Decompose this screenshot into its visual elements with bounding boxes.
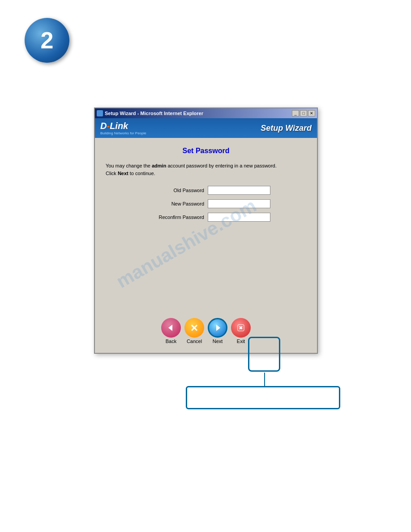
close-button[interactable]: ✕ xyxy=(308,110,315,116)
button-bar: Back Cancel xyxy=(95,313,317,348)
dlink-logo-main: D-Link xyxy=(100,121,146,131)
back-label: Back xyxy=(166,339,176,344)
step-number-circle: 2 xyxy=(25,18,69,63)
description-text: You may change the admin account passwor… xyxy=(106,162,306,177)
desc-bold: admin xyxy=(152,163,166,168)
next-button[interactable]: Next xyxy=(208,318,227,344)
old-password-label: Old Password xyxy=(141,188,204,193)
dlink-logo: D-Link Building Networks for People xyxy=(100,121,146,135)
new-password-row: New Password xyxy=(106,199,306,208)
callout-box xyxy=(186,386,340,409)
browser-title-text: Setup Wizard - Microsoft Internet Explor… xyxy=(105,111,203,116)
dlink-header-title: Setup Wizard xyxy=(261,124,312,133)
svg-marker-5 xyxy=(216,325,220,331)
cancel-button[interactable]: Cancel xyxy=(184,318,204,344)
desc-line2: Click xyxy=(106,171,118,176)
dlink-logo-sub: Building Networks for People xyxy=(100,131,146,135)
browser-controls: _ □ ✕ xyxy=(292,110,315,116)
cancel-label: Cancel xyxy=(187,339,202,344)
step-number: 2 xyxy=(41,27,54,54)
back-button[interactable]: Back xyxy=(161,318,181,344)
old-password-input[interactable] xyxy=(208,186,270,195)
svg-marker-1 xyxy=(168,325,172,331)
new-password-input[interactable] xyxy=(208,199,270,208)
browser-title: Setup Wizard - Microsoft Internet Explor… xyxy=(97,110,203,116)
cancel-icon xyxy=(184,318,204,338)
back-icon xyxy=(161,318,181,338)
desc-part2: account password by entering in a new pa… xyxy=(166,163,276,168)
browser-titlebar: Setup Wizard - Microsoft Internet Explor… xyxy=(95,108,317,118)
reconfirm-password-label: Reconfirm Password xyxy=(141,215,204,220)
maximize-button[interactable]: □ xyxy=(300,110,307,116)
content-area: Set Password You may change the admin ac… xyxy=(95,138,317,353)
browser-icon xyxy=(97,110,103,116)
old-password-row: Old Password xyxy=(106,186,306,195)
page-title: Set Password xyxy=(106,147,306,155)
reconfirm-password-row: Reconfirm Password xyxy=(106,213,306,222)
desc-part1: You may change the xyxy=(106,163,152,168)
desc-next: Next xyxy=(118,171,128,176)
exit-label: Exit xyxy=(237,339,245,344)
dlink-header: D-Link Building Networks for People Setu… xyxy=(95,118,317,138)
next-icon xyxy=(208,318,227,338)
exit-icon xyxy=(231,318,251,338)
reconfirm-password-input[interactable] xyxy=(208,213,270,222)
next-label: Next xyxy=(213,339,223,344)
desc-continue: to continue. xyxy=(128,171,155,176)
callout-line xyxy=(264,373,265,386)
new-password-label: New Password xyxy=(141,201,204,206)
minimize-button[interactable]: _ xyxy=(292,110,299,116)
browser-window: Setup Wizard - Microsoft Internet Explor… xyxy=(94,107,318,354)
exit-button[interactable]: Exit xyxy=(231,318,251,344)
